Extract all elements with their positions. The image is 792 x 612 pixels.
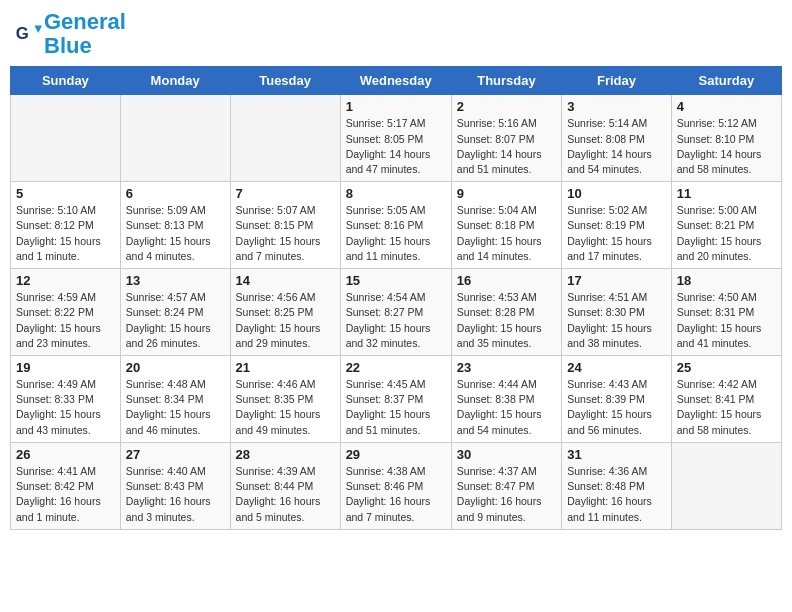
calendar-cell: 5Sunrise: 5:10 AM Sunset: 8:12 PM Daylig… [11, 182, 121, 269]
day-number: 27 [126, 447, 225, 462]
calendar-cell: 16Sunrise: 4:53 AM Sunset: 8:28 PM Dayli… [451, 269, 561, 356]
day-number: 25 [677, 360, 776, 375]
logo-text: GeneralBlue [44, 10, 126, 58]
calendar-cell [230, 95, 340, 182]
calendar-cell: 17Sunrise: 4:51 AM Sunset: 8:30 PM Dayli… [562, 269, 672, 356]
day-info: Sunrise: 4:45 AM Sunset: 8:37 PM Dayligh… [346, 377, 446, 438]
calendar-cell: 3Sunrise: 5:14 AM Sunset: 8:08 PM Daylig… [562, 95, 672, 182]
day-info: Sunrise: 4:59 AM Sunset: 8:22 PM Dayligh… [16, 290, 115, 351]
day-info: Sunrise: 5:02 AM Sunset: 8:19 PM Dayligh… [567, 203, 666, 264]
day-info: Sunrise: 4:40 AM Sunset: 8:43 PM Dayligh… [126, 464, 225, 525]
calendar-cell: 13Sunrise: 4:57 AM Sunset: 8:24 PM Dayli… [120, 269, 230, 356]
calendar-cell: 11Sunrise: 5:00 AM Sunset: 8:21 PM Dayli… [671, 182, 781, 269]
calendar-week-row: 12Sunrise: 4:59 AM Sunset: 8:22 PM Dayli… [11, 269, 782, 356]
day-info: Sunrise: 5:07 AM Sunset: 8:15 PM Dayligh… [236, 203, 335, 264]
day-info: Sunrise: 4:50 AM Sunset: 8:31 PM Dayligh… [677, 290, 776, 351]
day-number: 19 [16, 360, 115, 375]
calendar-cell: 27Sunrise: 4:40 AM Sunset: 8:43 PM Dayli… [120, 442, 230, 529]
day-number: 13 [126, 273, 225, 288]
day-info: Sunrise: 4:57 AM Sunset: 8:24 PM Dayligh… [126, 290, 225, 351]
logo-icon: G [14, 20, 42, 48]
svg-text:G: G [16, 24, 29, 43]
day-number: 24 [567, 360, 666, 375]
day-info: Sunrise: 5:10 AM Sunset: 8:12 PM Dayligh… [16, 203, 115, 264]
day-number: 15 [346, 273, 446, 288]
calendar-cell: 10Sunrise: 5:02 AM Sunset: 8:19 PM Dayli… [562, 182, 672, 269]
day-number: 11 [677, 186, 776, 201]
calendar-cell: 8Sunrise: 5:05 AM Sunset: 8:16 PM Daylig… [340, 182, 451, 269]
calendar-cell: 20Sunrise: 4:48 AM Sunset: 8:34 PM Dayli… [120, 356, 230, 443]
calendar-cell: 1Sunrise: 5:17 AM Sunset: 8:05 PM Daylig… [340, 95, 451, 182]
calendar-cell: 12Sunrise: 4:59 AM Sunset: 8:22 PM Dayli… [11, 269, 121, 356]
calendar-cell: 28Sunrise: 4:39 AM Sunset: 8:44 PM Dayli… [230, 442, 340, 529]
day-info: Sunrise: 4:39 AM Sunset: 8:44 PM Dayligh… [236, 464, 335, 525]
day-info: Sunrise: 4:41 AM Sunset: 8:42 PM Dayligh… [16, 464, 115, 525]
day-number: 12 [16, 273, 115, 288]
calendar-cell: 9Sunrise: 5:04 AM Sunset: 8:18 PM Daylig… [451, 182, 561, 269]
day-info: Sunrise: 4:38 AM Sunset: 8:46 PM Dayligh… [346, 464, 446, 525]
day-number: 28 [236, 447, 335, 462]
calendar-cell: 21Sunrise: 4:46 AM Sunset: 8:35 PM Dayli… [230, 356, 340, 443]
calendar-cell: 19Sunrise: 4:49 AM Sunset: 8:33 PM Dayli… [11, 356, 121, 443]
day-number: 5 [16, 186, 115, 201]
day-info: Sunrise: 4:48 AM Sunset: 8:34 PM Dayligh… [126, 377, 225, 438]
weekday-header-row: SundayMondayTuesdayWednesdayThursdayFrid… [11, 67, 782, 95]
day-number: 21 [236, 360, 335, 375]
day-info: Sunrise: 5:12 AM Sunset: 8:10 PM Dayligh… [677, 116, 776, 177]
weekday-header: Friday [562, 67, 672, 95]
calendar-cell: 4Sunrise: 5:12 AM Sunset: 8:10 PM Daylig… [671, 95, 781, 182]
weekday-header: Thursday [451, 67, 561, 95]
calendar-table: SundayMondayTuesdayWednesdayThursdayFrid… [10, 66, 782, 529]
day-number: 1 [346, 99, 446, 114]
weekday-header: Tuesday [230, 67, 340, 95]
day-number: 22 [346, 360, 446, 375]
day-info: Sunrise: 4:42 AM Sunset: 8:41 PM Dayligh… [677, 377, 776, 438]
day-info: Sunrise: 4:44 AM Sunset: 8:38 PM Dayligh… [457, 377, 556, 438]
day-info: Sunrise: 4:53 AM Sunset: 8:28 PM Dayligh… [457, 290, 556, 351]
calendar-cell: 7Sunrise: 5:07 AM Sunset: 8:15 PM Daylig… [230, 182, 340, 269]
day-number: 14 [236, 273, 335, 288]
day-number: 3 [567, 99, 666, 114]
calendar-cell: 26Sunrise: 4:41 AM Sunset: 8:42 PM Dayli… [11, 442, 121, 529]
calendar-cell: 23Sunrise: 4:44 AM Sunset: 8:38 PM Dayli… [451, 356, 561, 443]
calendar-cell: 22Sunrise: 4:45 AM Sunset: 8:37 PM Dayli… [340, 356, 451, 443]
day-info: Sunrise: 4:43 AM Sunset: 8:39 PM Dayligh… [567, 377, 666, 438]
day-number: 7 [236, 186, 335, 201]
page-header: G GeneralBlue [10, 10, 782, 58]
calendar-week-row: 26Sunrise: 4:41 AM Sunset: 8:42 PM Dayli… [11, 442, 782, 529]
day-info: Sunrise: 5:17 AM Sunset: 8:05 PM Dayligh… [346, 116, 446, 177]
day-number: 20 [126, 360, 225, 375]
calendar-cell: 31Sunrise: 4:36 AM Sunset: 8:48 PM Dayli… [562, 442, 672, 529]
calendar-cell: 14Sunrise: 4:56 AM Sunset: 8:25 PM Dayli… [230, 269, 340, 356]
day-info: Sunrise: 5:04 AM Sunset: 8:18 PM Dayligh… [457, 203, 556, 264]
calendar-cell: 2Sunrise: 5:16 AM Sunset: 8:07 PM Daylig… [451, 95, 561, 182]
calendar-cell: 6Sunrise: 5:09 AM Sunset: 8:13 PM Daylig… [120, 182, 230, 269]
calendar-cell [671, 442, 781, 529]
calendar-cell: 18Sunrise: 4:50 AM Sunset: 8:31 PM Dayli… [671, 269, 781, 356]
day-info: Sunrise: 5:00 AM Sunset: 8:21 PM Dayligh… [677, 203, 776, 264]
day-info: Sunrise: 4:37 AM Sunset: 8:47 PM Dayligh… [457, 464, 556, 525]
day-info: Sunrise: 5:05 AM Sunset: 8:16 PM Dayligh… [346, 203, 446, 264]
day-info: Sunrise: 5:09 AM Sunset: 8:13 PM Dayligh… [126, 203, 225, 264]
day-number: 17 [567, 273, 666, 288]
weekday-header: Wednesday [340, 67, 451, 95]
calendar-week-row: 5Sunrise: 5:10 AM Sunset: 8:12 PM Daylig… [11, 182, 782, 269]
day-number: 6 [126, 186, 225, 201]
calendar-cell: 30Sunrise: 4:37 AM Sunset: 8:47 PM Dayli… [451, 442, 561, 529]
day-number: 10 [567, 186, 666, 201]
day-info: Sunrise: 4:56 AM Sunset: 8:25 PM Dayligh… [236, 290, 335, 351]
day-info: Sunrise: 4:36 AM Sunset: 8:48 PM Dayligh… [567, 464, 666, 525]
calendar-cell: 24Sunrise: 4:43 AM Sunset: 8:39 PM Dayli… [562, 356, 672, 443]
day-number: 16 [457, 273, 556, 288]
day-number: 26 [16, 447, 115, 462]
calendar-cell: 25Sunrise: 4:42 AM Sunset: 8:41 PM Dayli… [671, 356, 781, 443]
calendar-week-row: 19Sunrise: 4:49 AM Sunset: 8:33 PM Dayli… [11, 356, 782, 443]
weekday-header: Saturday [671, 67, 781, 95]
day-number: 31 [567, 447, 666, 462]
weekday-header: Monday [120, 67, 230, 95]
day-number: 2 [457, 99, 556, 114]
day-info: Sunrise: 4:54 AM Sunset: 8:27 PM Dayligh… [346, 290, 446, 351]
day-info: Sunrise: 5:16 AM Sunset: 8:07 PM Dayligh… [457, 116, 556, 177]
logo: G GeneralBlue [14, 10, 126, 58]
day-number: 8 [346, 186, 446, 201]
